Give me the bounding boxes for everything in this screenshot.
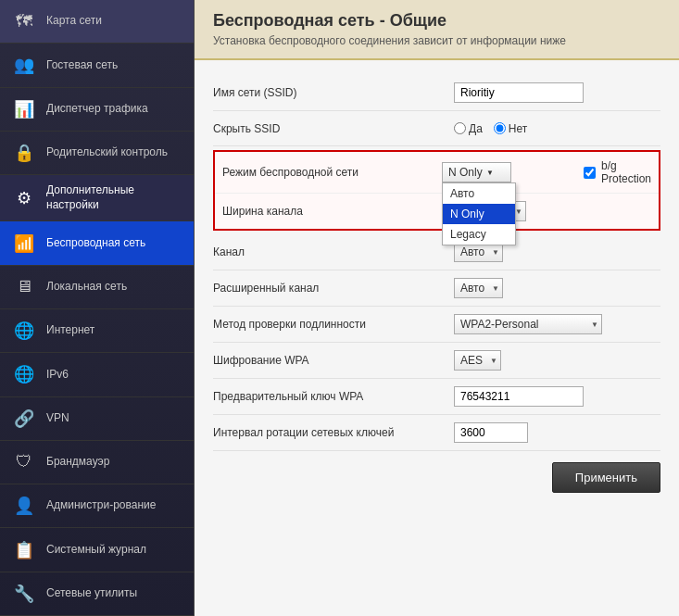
highlight-section: Режим беспроводной сети N Only ▼ Авто N … xyxy=(213,150,660,231)
sidebar-item-local-network[interactable]: 🖥 Локальная сеть xyxy=(0,266,194,309)
traffic-manager-icon: 📊 xyxy=(11,96,37,122)
pre-shared-key-input[interactable] xyxy=(454,386,584,407)
auth-method-control: WPA2-Personal ▼ xyxy=(454,314,660,334)
parental-control-icon: 🔒 xyxy=(11,140,37,166)
key-rotation-label: Интервал ротации сетевых ключей xyxy=(213,426,454,439)
ext-channel-select[interactable]: Авто xyxy=(454,278,503,298)
wpa-encrypt-row: Шифрование WPA AES ▼ xyxy=(213,343,660,379)
wireless-mode-option-auto[interactable]: Авто xyxy=(443,183,515,204)
sidebar-item-guest-network[interactable]: 👥 Гостевая сеть xyxy=(0,44,194,87)
ext-channel-control: Авто ▼ xyxy=(454,278,660,298)
wireless-mode-dropdown-btn[interactable]: N Only ▼ xyxy=(442,162,511,182)
page-subtitle: Установка беспроводного соединения завис… xyxy=(213,34,660,47)
sidebar-label-network-tools: Сетевые утилиты xyxy=(46,586,137,601)
hide-ssid-yes-label[interactable]: Да xyxy=(454,122,483,135)
sidebar-item-wireless-network[interactable]: 📶 Беспроводная сеть xyxy=(0,221,194,265)
hide-ssid-yes-text: Да xyxy=(469,122,483,135)
page-header: Беспроводная сеть - Общие Установка бесп… xyxy=(195,0,679,60)
sidebar-item-network-map[interactable]: 🗺 Карта сети xyxy=(0,0,194,44)
channel-label: Канал xyxy=(213,245,454,258)
sidebar-label-guest-network: Гостевая сеть xyxy=(46,58,118,73)
channel-width-label: Ширина канала xyxy=(222,205,463,218)
sidebar-item-vpn[interactable]: 🔗 VPN xyxy=(0,397,194,441)
sidebar-label-local-network: Локальная сеть xyxy=(46,280,127,295)
sidebar-label-parental-control: Родительский контроль xyxy=(46,145,168,160)
hide-ssid-no-text: Нет xyxy=(509,122,527,135)
sidebar-item-traffic-manager[interactable]: 📊 Диспетчер трафика xyxy=(0,88,194,132)
channel-row: Канал Авто ▼ xyxy=(213,234,660,270)
apply-button[interactable]: Применить xyxy=(552,462,660,493)
wpa-encrypt-select-wrapper: AES ▼ xyxy=(454,350,501,371)
wpa-encrypt-control: AES ▼ xyxy=(454,350,660,371)
sidebar-item-advanced-settings[interactable]: ⚙ Дополнительные настройки xyxy=(0,175,194,221)
hide-ssid-yes-radio[interactable] xyxy=(454,122,466,134)
sidebar-label-vpn: VPN xyxy=(46,411,69,426)
guest-network-icon: 👥 xyxy=(11,52,37,78)
hide-ssid-no-label[interactable]: Нет xyxy=(494,122,527,135)
ext-channel-label: Расширенный канал xyxy=(213,282,454,295)
wpa-encrypt-label: Шифрование WPA xyxy=(213,354,454,367)
local-network-icon: 🖥 xyxy=(11,274,37,300)
auth-method-row: Метод проверки подлинности WPA2-Personal… xyxy=(213,307,660,343)
sidebar-item-admin[interactable]: 👤 Администри-рование xyxy=(0,484,194,528)
ssid-input[interactable] xyxy=(454,82,584,103)
network-tools-icon: 🔧 xyxy=(11,581,37,607)
admin-icon: 👤 xyxy=(11,493,37,519)
sidebar-item-internet[interactable]: 🌐 Интернет xyxy=(0,309,194,353)
sidebar: 🗺 Карта сети 👥 Гостевая сеть 📊 Диспетчер… xyxy=(0,0,195,616)
ipv6-icon: 🌐 xyxy=(11,361,37,387)
bg-protection-checkbox[interactable] xyxy=(584,167,596,179)
hide-ssid-control: Да Нет xyxy=(454,122,660,135)
wireless-mode-arrow-icon: ▼ xyxy=(486,169,494,177)
sidebar-item-parental-control[interactable]: 🔒 Родительский контроль xyxy=(0,132,194,175)
wireless-mode-dropdown-list: Авто N Only Legacy xyxy=(442,182,516,245)
sidebar-label-internet: Интернет xyxy=(46,323,94,338)
wireless-mode-dropdown-wrapper: N Only ▼ Авто N Only Legacy xyxy=(442,162,511,182)
key-rotation-row: Интервал ротации сетевых ключей xyxy=(213,415,660,451)
sidebar-item-system-log[interactable]: 📋 Системный журнал xyxy=(0,528,194,572)
sidebar-label-wireless-network: Беспроводная сеть xyxy=(46,236,145,251)
ssid-control xyxy=(454,82,660,103)
bg-protection-label: b/g Protection xyxy=(601,159,651,185)
hide-ssid-label: Скрыть SSID xyxy=(213,122,454,135)
wireless-mode-selected-value: N Only xyxy=(448,166,483,179)
sidebar-label-advanced-settings: Дополнительные настройки xyxy=(46,183,182,212)
page-title: Беспроводная сеть - Общие xyxy=(213,11,660,31)
auth-method-select-wrapper: WPA2-Personal ▼ xyxy=(454,314,602,334)
key-rotation-input[interactable] xyxy=(454,422,528,443)
firewall-icon: 🛡 xyxy=(11,449,37,475)
hide-ssid-row: Скрыть SSID Да Нет xyxy=(213,111,660,146)
advanced-settings-icon: ⚙ xyxy=(11,185,37,211)
network-map-icon: 🗺 xyxy=(11,8,37,34)
key-rotation-control xyxy=(454,422,660,443)
sidebar-item-firewall[interactable]: 🛡 Брандмауэр xyxy=(0,441,194,484)
vpn-icon: 🔗 xyxy=(11,406,37,432)
ssid-row: Имя сети (SSID) xyxy=(213,75,660,111)
auth-method-select[interactable]: WPA2-Personal xyxy=(454,314,602,334)
sidebar-label-system-log: Системный журнал xyxy=(46,543,146,558)
wireless-mode-label: Режим беспроводной сети xyxy=(222,166,442,179)
wireless-mode-option-nonly[interactable]: N Only xyxy=(443,204,515,224)
sidebar-label-network-map: Карта сети xyxy=(46,14,102,29)
bg-protection-group: b/g Protection xyxy=(584,159,651,185)
sidebar-label-ipv6: IPv6 xyxy=(46,368,69,383)
wpa-encrypt-select[interactable]: AES xyxy=(454,350,501,371)
sidebar-label-admin: Администри-рование xyxy=(46,498,156,513)
pre-shared-key-label: Предварительный ключ WPA xyxy=(213,390,454,403)
internet-icon: 🌐 xyxy=(11,318,37,344)
sidebar-item-network-tools[interactable]: 🔧 Сетевые утилиты xyxy=(0,572,194,616)
hide-ssid-no-radio[interactable] xyxy=(494,122,506,134)
ssid-label: Имя сети (SSID) xyxy=(213,86,454,99)
system-log-icon: 📋 xyxy=(11,537,37,563)
wireless-mode-option-legacy[interactable]: Legacy xyxy=(443,224,515,245)
pre-shared-key-row: Предварительный ключ WPA xyxy=(213,379,660,415)
sidebar-label-firewall: Брандмауэр xyxy=(46,455,109,470)
hide-ssid-radio-group: Да Нет xyxy=(454,122,527,135)
form-area: Имя сети (SSID) Скрыть SSID Да Нет xyxy=(195,60,679,616)
sidebar-item-ipv6[interactable]: 🌐 IPv6 xyxy=(0,353,194,396)
wireless-network-icon: 📶 xyxy=(11,231,37,257)
apply-btn-area: Применить xyxy=(213,451,660,497)
ext-channel-select-wrapper: Авто ▼ xyxy=(454,278,503,298)
wireless-mode-row: Режим беспроводной сети N Only ▼ Авто N … xyxy=(215,152,659,194)
channel-width-row: Ширина канала 20 MHz 40 MHz ▼ xyxy=(215,194,659,229)
